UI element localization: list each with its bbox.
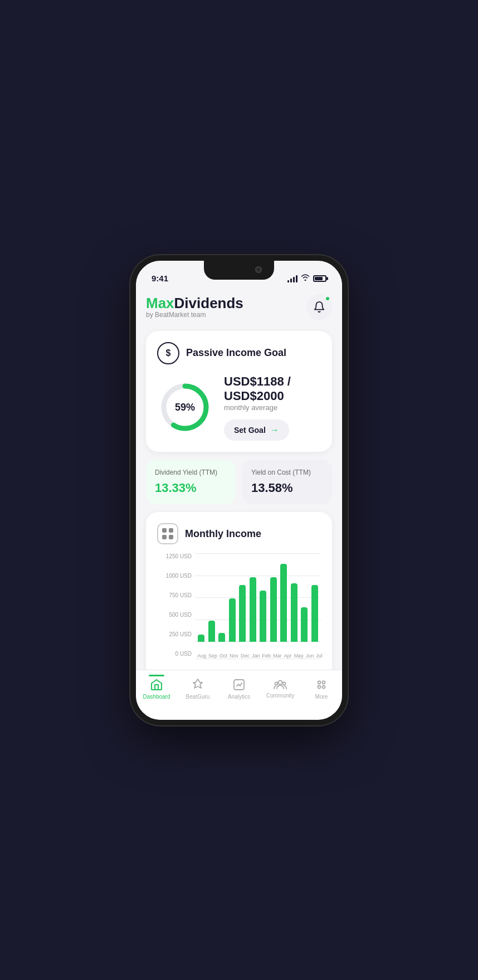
x-label: Feb [262,653,271,659]
yield-row: Dividend Yield (TTM) 13.33% Yield on Cos… [146,460,332,504]
bar-fill [239,585,246,642]
donut-percent: 59% [175,402,195,413]
bar-col [259,553,267,642]
dividend-yield-card: Dividend Yield (TTM) 13.33% [146,460,236,504]
bar-col [311,553,319,642]
signal-icon [287,275,297,282]
x-labels: AugSepOctNovDecJanFebMarAprMayJunJul [195,653,321,659]
nav-item-analytics[interactable]: Analytics [218,676,260,700]
bar-fill [218,633,225,642]
bar-fill [198,635,204,642]
phone-shell: 9:41 [130,255,348,725]
main-content: MaxDividends by BeatMarket team $ Passiv… [136,289,342,720]
logo-area: MaxDividends by BeatMarket team [146,295,243,319]
passive-income-card: $ Passive Income Goal 59% USD$118 [146,331,332,452]
nav-active-indicator [136,675,177,676]
bar-col [270,553,278,642]
x-label: Jan [252,653,260,659]
x-label: Aug [197,653,206,659]
wifi-icon [301,274,310,282]
status-icons [287,274,326,282]
chart-header: Monthly Income [157,523,321,544]
camera [255,266,262,273]
goal-monthly-label: monthly average [224,403,321,412]
bar-fill [301,607,308,642]
battery-icon [313,275,326,282]
svg-point-8 [318,685,321,688]
svg-point-3 [279,680,282,684]
bar-fill [270,577,277,642]
nav-item-community[interactable]: Community [260,676,301,699]
calendar-grid-icon [157,523,178,544]
notification-button[interactable] [306,294,332,320]
bar-col [197,553,206,642]
bar-col [218,553,226,642]
bar-col [228,553,237,642]
analytics-nav-icon [232,678,246,691]
x-label: Apr [284,653,292,659]
logo-subtitle: by BeatMarket team [146,311,243,319]
bar-fill [250,577,256,642]
yield-on-cost-value: 13.58% [251,481,323,495]
more-nav-icon [315,678,328,691]
nav-label-more: More [315,694,328,700]
bar-fill [311,585,318,642]
yield-on-cost-card: Yield on Cost (TTM) 13.58% [242,460,332,504]
notch [204,261,274,280]
bell-icon [313,301,325,313]
goal-right: USD$1188 / USD$2000 monthly average Set … [224,374,321,441]
y-axis: 1250 USD 1000 USD 750 USD 500 USD 250 US… [157,553,192,659]
bar-col [280,553,288,642]
bar-col [249,553,257,642]
bar-chart: 1250 USD 1000 USD 750 USD 500 USD 250 US… [157,553,321,676]
bar-fill [229,598,236,642]
beatguru-nav-icon [191,678,204,691]
nav-label-dashboard: Dashboard [143,694,170,700]
app-header: MaxDividends by BeatMarket team [146,289,332,331]
passive-income-title: Passive Income Goal [186,347,286,359]
bar-fill [260,591,266,642]
bar-fill [208,621,215,642]
bar-col [208,553,216,642]
svg-point-7 [323,681,325,684]
x-label: Jul [316,653,323,659]
x-label: Sep [208,653,217,659]
status-time: 9:41 [152,274,168,283]
bar-col [290,553,299,642]
bar-fill [280,564,287,642]
bar-col [238,553,247,642]
x-label: Nov [230,653,238,659]
monthly-income-title: Monthly Income [185,528,261,540]
svg-point-4 [275,682,278,685]
nav-label-beatguru: BeatGuru [186,694,210,700]
svg-point-6 [318,681,321,684]
dividend-yield-label: Dividend Yield (TTM) [155,469,227,476]
set-goal-button[interactable]: Set Goal → [224,420,289,441]
x-label: Oct [220,653,227,659]
bar-fill [291,583,297,642]
goal-amount: USD$1188 / USD$2000 [224,374,321,404]
nav-item-dashboard[interactable]: Dashboard [136,676,177,700]
chart-area: AugSepOctNovDecJanFebMarAprMayJunJul [195,553,321,659]
x-label: Mar [273,653,282,659]
nav-label-community: Community [266,693,295,699]
app-logo: MaxDividends [146,295,243,312]
notification-dot [325,296,330,301]
monthly-income-card: Monthly Income 1250 USD 1000 USD 750 USD… [146,512,332,687]
x-label: Jun [306,653,314,659]
nav-label-analytics: Analytics [228,694,250,700]
bar-col [300,553,309,642]
yield-on-cost-label: Yield on Cost (TTM) [251,469,323,476]
svg-point-9 [323,685,325,688]
dashboard-nav-icon [150,678,163,691]
nav-item-more[interactable]: More [301,676,342,700]
arrow-right-icon: → [270,425,279,435]
svg-point-5 [283,682,286,685]
dividend-yield-value: 13.33% [155,481,227,495]
nav-item-beatguru[interactable]: BeatGuru [177,676,218,700]
goal-content: 59% USD$1188 / USD$2000 monthly average … [157,374,321,441]
donut-chart: 59% [157,379,213,435]
phone-screen: 9:41 [136,261,342,720]
community-nav-icon [273,678,287,690]
x-label: May [294,653,304,659]
